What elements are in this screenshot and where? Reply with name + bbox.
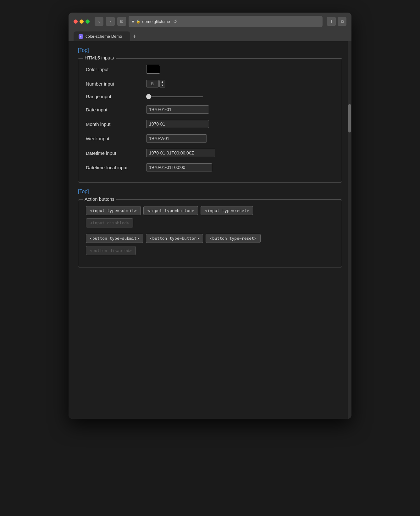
scrollbar-track[interactable] — [348, 41, 351, 419]
week-input-row: Week input — [86, 134, 334, 143]
menu-icon: ≡ — [132, 19, 134, 24]
datetime-label: Datetime input — [86, 150, 142, 156]
share-button[interactable]: ⬆ — [327, 17, 336, 26]
number-spinner: ▲ ▼ — [159, 80, 165, 87]
new-tab-button[interactable]: + — [130, 31, 139, 41]
reload-button[interactable]: ↺ — [172, 17, 179, 25]
range-label: Range input — [86, 94, 142, 99]
html5-inputs-section: HTML5 inputs Color input Number input ▲ … — [78, 58, 342, 182]
scrollbar-thumb[interactable] — [348, 104, 351, 132]
week-input[interactable] — [146, 134, 207, 143]
number-input[interactable] — [146, 80, 159, 87]
color-input[interactable] — [146, 65, 160, 74]
datetime-local-input-row: Datetime-local input — [86, 163, 334, 171]
spin-up-button[interactable]: ▲ — [160, 80, 165, 84]
color-input-row: Color input — [86, 65, 334, 74]
input-buttons-row: <input type=submit> <input type=button> … — [86, 206, 334, 215]
week-label: Week input — [86, 136, 142, 141]
input-disabled-button: <input disabled> — [86, 218, 133, 227]
input-reset-button[interactable]: <input type=reset> — [201, 206, 253, 215]
button-disabled-button: <button disabled> — [86, 246, 136, 255]
html5-section-legend: HTML5 inputs — [83, 55, 116, 60]
window-buttons: ⬆ ⧉ — [327, 17, 346, 26]
action-buttons-section: Action buttons <input type=submit> <inpu… — [78, 199, 342, 267]
top-link-2[interactable]: [Top] — [78, 189, 89, 194]
minimize-button[interactable] — [80, 20, 84, 24]
month-input[interactable] — [146, 120, 209, 128]
windows-button[interactable]: ⧉ — [338, 17, 346, 26]
tab-title: color-scheme Demo — [86, 34, 122, 39]
input-submit-button[interactable]: <input type=submit> — [86, 206, 141, 215]
date-input[interactable] — [146, 105, 209, 114]
action-section-legend: Action buttons — [83, 196, 116, 202]
address-bar-container: ≡ 🔒 demo.glitch.me ↺ — [129, 16, 323, 27]
address-bar[interactable]: ≡ 🔒 demo.glitch.me ↺ — [129, 16, 323, 27]
forward-button[interactable]: › — [106, 17, 115, 26]
button-disabled-row: <button disabled> — [86, 246, 334, 255]
month-label: Month input — [86, 121, 142, 127]
date-input-row: Date input — [86, 105, 334, 114]
button-button-button[interactable]: <button type=button> — [146, 234, 203, 243]
datetime-input[interactable] — [146, 149, 215, 157]
sidebar-button[interactable]: ⊡ — [117, 17, 126, 26]
browser-titlebar: ‹ › ⊡ ≡ 🔒 demo.glitch.me ↺ ⬆ ⧉ c color-s… — [69, 13, 351, 41]
back-button[interactable]: ‹ — [95, 17, 103, 26]
close-button[interactable] — [74, 20, 78, 24]
number-input-row: Number input ▲ ▼ — [86, 80, 334, 87]
datetime-local-label: Datetime-local input — [86, 165, 142, 170]
range-input-row: Range input — [86, 94, 334, 99]
number-input-wrapper: ▲ ▼ — [146, 80, 165, 87]
tab-bar: c color-scheme Demo + — [74, 31, 346, 41]
url-text: demo.glitch.me — [142, 19, 170, 24]
traffic-lights — [74, 20, 90, 24]
month-input-row: Month input — [86, 120, 334, 128]
spin-down-button[interactable]: ▼ — [160, 84, 165, 87]
color-label: Color input — [86, 67, 142, 72]
tab-favicon: c — [79, 34, 83, 39]
range-input[interactable] — [146, 96, 203, 97]
button-reset-button[interactable]: <button type=reset> — [206, 234, 261, 243]
top-link-1[interactable]: [Top] — [78, 48, 89, 53]
maximize-button[interactable] — [86, 20, 90, 24]
number-label: Number input — [86, 81, 142, 87]
browser-window: ‹ › ⊡ ≡ 🔒 demo.glitch.me ↺ ⬆ ⧉ c color-s… — [69, 13, 351, 419]
button-buttons-row: <button type=submit> <button type=button… — [86, 234, 334, 243]
datetime-input-row: Datetime input — [86, 149, 334, 157]
active-tab[interactable]: c color-scheme Demo — [74, 31, 130, 41]
lock-icon: 🔒 — [136, 20, 141, 24]
button-submit-button[interactable]: <button type=submit> — [86, 234, 143, 243]
datetime-local-input[interactable] — [146, 163, 212, 171]
page-content: [Top] HTML5 inputs Color input Number in… — [69, 41, 351, 419]
input-disabled-row: <input disabled> — [86, 218, 334, 227]
date-label: Date input — [86, 107, 142, 112]
input-button-button[interactable]: <input type=button> — [143, 206, 198, 215]
